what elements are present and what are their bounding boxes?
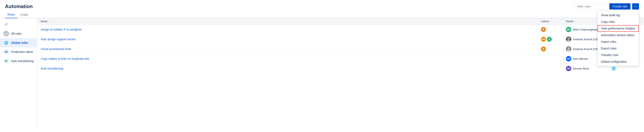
label-badge-s: S bbox=[547, 37, 552, 42]
pa-icon: PA bbox=[3, 49, 9, 55]
row4-owner-name: Nick Menere bbox=[573, 57, 588, 60]
global-rules-icon: 🌐 bbox=[3, 40, 9, 46]
svg-point-4 bbox=[568, 47, 570, 50]
row3-name-cell: Cloud provisioned hook bbox=[41, 47, 541, 51]
all-rules-icon: A bbox=[3, 31, 9, 36]
sidebar-item-production-alerts[interactable]: PA Production alerts bbox=[0, 47, 37, 56]
dropdown-item-audit-log[interactable]: Show audit log bbox=[598, 12, 639, 18]
tab-usage[interactable]: Usage bbox=[18, 11, 31, 18]
sort-icon-owner: ↕ bbox=[575, 20, 576, 22]
dropdown-item-performance-insights[interactable]: View performance insights bbox=[598, 25, 639, 32]
row5-avatar: SR bbox=[566, 66, 571, 71]
row2-owner-name: Andreas Knecht (CB) bbox=[573, 38, 598, 41]
label-badge: R bbox=[541, 27, 546, 32]
col-header-name[interactable]: Name ↑ bbox=[41, 20, 541, 23]
row1-name-cell: Assign to initiator if no assignee bbox=[41, 28, 541, 31]
dropdown-menu: Show audit log Copy rules View performan… bbox=[598, 11, 639, 66]
rules-table: Name ↑ Labels ↕ Owner ↕ Project Assign t… bbox=[38, 18, 644, 130]
table-row: Copy relates to links on Duplicate link … bbox=[38, 54, 644, 64]
table-row: Assign to initiator if no assignee R MC … bbox=[38, 25, 644, 34]
col-header-labels[interactable]: Labels ↕ bbox=[541, 20, 566, 23]
table-row: Auto transitioning SR Simone Ross 🌐 bbox=[38, 64, 644, 74]
row3-avatar bbox=[566, 46, 571, 52]
row3-owner-name: Andreas Knecht (CB) bbox=[573, 48, 598, 51]
row4-avatar: NM bbox=[566, 56, 571, 62]
table-row: Auto assign support issues AA S Andreas … bbox=[38, 34, 644, 44]
sidebar-item-tag[interactable]: 🏷 bbox=[0, 20, 37, 29]
svg-point-0 bbox=[568, 38, 570, 40]
label-badge-r2: R bbox=[541, 46, 546, 52]
page-title: Automation bbox=[5, 4, 32, 9]
row5-name-cell: Auto transitioning bbox=[41, 67, 541, 70]
dropdown-item-transfer-user[interactable]: Transfer User bbox=[598, 52, 639, 58]
dropdown-item-copy-rules[interactable]: Copy rules bbox=[598, 18, 639, 25]
sidebar-label-auto-transitioning: Auto transitioning bbox=[11, 59, 34, 63]
row5-owner-cell: SR Simone Ross bbox=[566, 66, 612, 71]
avatar-photo-icon bbox=[566, 36, 571, 42]
row5-project-icon: 🌐 bbox=[612, 66, 616, 70]
main-content: 🏷 A All rules 🌐 Global rules PA Producti… bbox=[0, 18, 644, 130]
sort-icon-labels: ↕ bbox=[550, 20, 551, 22]
sidebar: 🏷 A All rules 🌐 Global rules PA Producti… bbox=[0, 18, 38, 130]
tabs-bar: Rules Usage bbox=[0, 11, 644, 18]
dropdown-item-global-config[interactable]: Global configuration bbox=[598, 58, 639, 65]
row2-avatar bbox=[566, 36, 571, 42]
row3-rule-link[interactable]: Cloud provisioned hook bbox=[41, 47, 71, 51]
row4-rule-link[interactable]: Copy relates to links on Duplicate link bbox=[41, 57, 89, 60]
table-row: Cloud provisioned hook R Andreas Knecht … bbox=[38, 44, 644, 54]
row1-avatar: MC bbox=[566, 27, 571, 32]
sidebar-label-all-rules: All rules bbox=[11, 32, 22, 35]
at-icon: AT bbox=[3, 58, 9, 64]
sidebar-item-all-rules[interactable]: A All rules bbox=[0, 29, 37, 38]
more-options-button[interactable]: ··· bbox=[632, 3, 639, 10]
create-rule-button[interactable]: Create rule bbox=[609, 3, 630, 10]
row2-rule-link[interactable]: Auto assign support issues bbox=[41, 38, 76, 41]
tab-rules[interactable]: Rules bbox=[5, 11, 18, 18]
row1-rule-link[interactable]: Assign to initiator if no assignee bbox=[41, 28, 82, 31]
sidebar-item-auto-transitioning[interactable]: AT Auto transitioning bbox=[0, 56, 37, 66]
dropdown-item-import-rules[interactable]: Import rules bbox=[598, 38, 639, 45]
row1-labels-cell: R bbox=[541, 27, 566, 32]
dropdown-item-export-rules[interactable]: Export rules bbox=[598, 45, 639, 52]
row5-rule-link[interactable]: Auto transitioning bbox=[41, 67, 63, 70]
row2-labels-cell: AA S bbox=[541, 37, 566, 42]
tag-icon: 🏷 bbox=[3, 22, 9, 28]
row5-owner-name: Simone Ross bbox=[573, 67, 589, 70]
avatar-photo-icon2 bbox=[566, 46, 571, 52]
sidebar-label-production-alerts: Production alerts bbox=[11, 50, 33, 54]
row5-project-cell: 🌐 bbox=[612, 66, 641, 70]
sidebar-item-global-rules[interactable]: 🌐 Global rules bbox=[0, 38, 37, 47]
row4-name-cell: Copy relates to links on Duplicate link bbox=[41, 57, 541, 60]
row3-labels-cell: R bbox=[541, 46, 566, 52]
sidebar-label-global-rules: Global rules bbox=[11, 41, 28, 44]
row2-name-cell: Auto assign support issues bbox=[41, 38, 541, 41]
header-actions: Create rule ··· bbox=[574, 3, 639, 10]
svg-point-1 bbox=[567, 40, 570, 42]
page-header: Automation Create rule ··· bbox=[0, 0, 644, 11]
table-header: Name ↑ Labels ↕ Owner ↕ Project bbox=[38, 18, 644, 25]
sort-arrow-name: ↑ bbox=[48, 20, 50, 22]
dropdown-item-service-status[interactable]: Automation service status bbox=[598, 32, 639, 38]
label-badge-aa: AA bbox=[541, 37, 546, 42]
filter-rules-input[interactable] bbox=[574, 3, 608, 10]
